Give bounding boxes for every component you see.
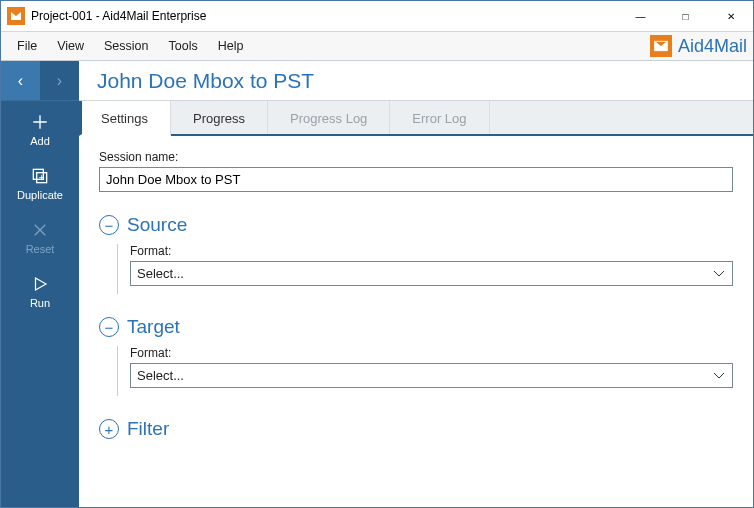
filter-title: Filter — [127, 418, 169, 440]
next-session-button[interactable]: › — [40, 61, 79, 100]
add-button[interactable]: Add — [1, 101, 79, 155]
tab-progress-log[interactable]: Progress Log — [268, 101, 390, 134]
menu-session[interactable]: Session — [94, 35, 158, 57]
settings-panel: Session name: − Source Format: Select... — [79, 136, 753, 507]
run-label: Run — [30, 297, 50, 309]
duplicate-button[interactable]: Duplicate — [1, 155, 79, 209]
tab-error-log[interactable]: Error Log — [390, 101, 489, 134]
session-name-input[interactable] — [99, 167, 733, 192]
target-title: Target — [127, 316, 180, 338]
brand: Aid4Mail — [650, 35, 747, 57]
collapse-icon: − — [99, 317, 119, 337]
menu-tools[interactable]: Tools — [159, 35, 208, 57]
tab-strip: Settings Progress Progress Log Error Log — [79, 101, 753, 136]
filter-section: + Filter — [99, 418, 733, 440]
source-format-label: Format: — [130, 244, 733, 258]
reset-button[interactable]: Reset — [1, 209, 79, 263]
brand-icon — [650, 35, 672, 57]
source-title: Source — [127, 214, 187, 236]
add-label: Add — [30, 135, 50, 147]
plus-icon — [29, 111, 51, 133]
run-button[interactable]: Run — [1, 263, 79, 317]
close-icon — [29, 219, 51, 241]
source-section: − Source Format: Select... — [99, 214, 733, 294]
window-controls: — □ ✕ — [618, 1, 753, 31]
source-format-select[interactable]: Select... — [130, 261, 733, 286]
window-title: Project-001 - Aid4Mail Enterprise — [31, 9, 618, 23]
maximize-button[interactable]: □ — [663, 1, 708, 31]
menu-view[interactable]: View — [47, 35, 94, 57]
tab-progress[interactable]: Progress — [171, 101, 268, 134]
expand-icon: + — [99, 419, 119, 439]
collapse-icon: − — [99, 215, 119, 235]
title-bar: Project-001 - Aid4Mail Enterprise — □ ✕ — [1, 1, 753, 31]
target-section: − Target Format: Select... — [99, 316, 733, 396]
minimize-button[interactable]: — — [618, 1, 663, 31]
duplicate-label: Duplicate — [17, 189, 63, 201]
filter-header[interactable]: + Filter — [99, 418, 733, 440]
source-header[interactable]: − Source — [99, 214, 733, 236]
brand-text: Aid4Mail — [678, 36, 747, 57]
target-format-label: Format: — [130, 346, 733, 360]
sidebar: ‹ › Add Duplicate Reset Run — [1, 61, 79, 507]
target-header[interactable]: − Target — [99, 316, 733, 338]
main: John Doe Mbox to PST Settings Progress P… — [79, 61, 753, 507]
session-title: John Doe Mbox to PST — [79, 61, 753, 101]
menu-file[interactable]: File — [7, 35, 47, 57]
reset-label: Reset — [26, 243, 55, 255]
tab-settings[interactable]: Settings — [79, 101, 171, 136]
session-nav: ‹ › — [1, 61, 79, 101]
target-format-select[interactable]: Select... — [130, 363, 733, 388]
duplicate-icon — [29, 165, 51, 187]
menu-help[interactable]: Help — [208, 35, 254, 57]
menu-bar: File View Session Tools Help Aid4Mail — [1, 31, 753, 61]
session-name-label: Session name: — [99, 150, 733, 164]
app-icon — [7, 7, 25, 25]
close-button[interactable]: ✕ — [708, 1, 753, 31]
prev-session-button[interactable]: ‹ — [1, 61, 40, 100]
play-icon — [29, 273, 51, 295]
